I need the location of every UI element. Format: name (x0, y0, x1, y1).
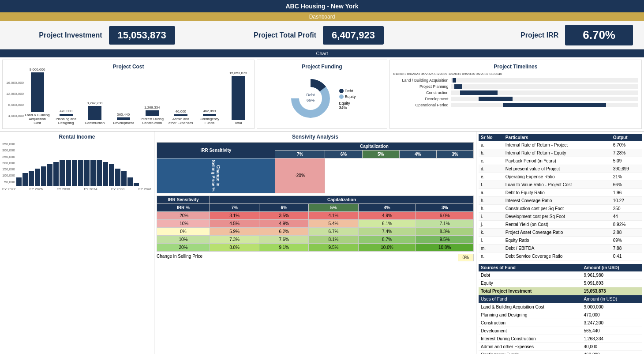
timeline-dev: Development (393, 97, 638, 101)
sens-row-20: 20% 8.8% 9.1% 9.5% 10.0% 10.8% (157, 243, 474, 251)
donut-area: Debt 66% Debt Equity Equity34% (261, 72, 383, 125)
dashboard-bar: Dashboard (0, 12, 644, 21)
sens-row-neg10: -10% 4.5% 4.9% 5.4% 6.1% 7.1% (157, 219, 474, 227)
rental-title: Rental Income (2, 134, 152, 140)
analysis-row: n.Debt Service Coverage Ratio0.41 (479, 252, 642, 260)
project-timelines-title: Project Timelines (393, 64, 638, 70)
middle-area: Rental Income 350,000 300,000 250,000 20… (0, 132, 644, 354)
title-bar: ABC Housing - New York (0, 0, 644, 12)
sources-of-fund-table: Sources of FundAmount (in USD) Debt9,961… (479, 264, 642, 354)
debt-dot (339, 89, 344, 93)
sens-row: Change inSelling Price % -20% (157, 158, 474, 193)
bar-planning: 470,000 Planning andDesigning (53, 109, 79, 125)
project-funding-panel: Project Funding Debt 66% Debt Equity Equ… (257, 60, 387, 129)
rental-income-panel: Rental Income 350,000 300,000 250,000 20… (0, 132, 154, 354)
irr-sensitivity-header: IRR Sensitivity (157, 143, 275, 158)
bar-development: 565,440 Development (111, 113, 136, 125)
sensitivity-table: IRR Sensitivity Capitalization 7% 6% 5% … (157, 142, 474, 193)
analysis-table: Sr No Particulars Output a.Internal Rate… (479, 134, 642, 260)
timeline-area: Land / Building Acquisition Project Plan… (393, 78, 638, 107)
sensitivity-table-full: IRR Sensitivity Capitalization IRR % 7% … (157, 196, 474, 252)
analysis-row: k.Project Asset Coverage Ratio2.88 (479, 229, 642, 237)
analysis-row: h.Construction cost per Sq Foot250 (479, 205, 642, 213)
chart-label: Chart (316, 51, 328, 56)
timeline-dates: 01/2021 09/2023 06/2026 03/2029 12/2031 … (393, 72, 638, 76)
profit-label: Project Total Profit (254, 31, 316, 39)
analysis-row: l.Equity Ratio69% (479, 237, 642, 245)
bar-interest: 1,268,334 Interest DuringConstruction (139, 105, 165, 125)
bar-construction: 3,247,200 Construction (82, 101, 107, 125)
equity-dot (339, 94, 344, 99)
analysis-row: c.Payback Period (in Years)5.09 (479, 157, 642, 165)
analysis-row: e.Operating Expense Ratio21% (479, 173, 642, 181)
capitalization-header: Capitalization (275, 143, 473, 151)
analysis-row: i.Development cost per Sq Foot44 (479, 213, 642, 221)
kpi-row: Project Investment 15,053,873 Project To… (0, 21, 644, 49)
investment-value: 15,053,873 (109, 26, 175, 45)
sens-row-0: 0% 5.9% 6.2% 6.7% 7.4% 8.3% (157, 227, 474, 235)
bar-total: 15,053,873 Total (225, 71, 251, 125)
analysis-row: d.Net present value of Project390,699 (479, 165, 642, 173)
profit-value: 6,407,923 (323, 26, 384, 45)
sens-row-neg20: -20% 3.1% 3.5% 4.1% 4.9% 6.0% (157, 211, 474, 219)
analysis-row: a.Internal Rate of Return - Project6.70% (479, 141, 642, 149)
bar-admin: 40,000 Admin andother Expenses (168, 109, 193, 125)
sens-row-10: 10% 7.3% 7.6% 8.1% 8.7% 9.5% (157, 235, 474, 243)
bar-land: 9,000,000 Land & BuildingAcquisitionCost (25, 68, 50, 125)
cost-y-axis: 16,000,000 12,000,000 8,000,000 4,000,00… (6, 81, 24, 125)
donut-chart: Debt 66% (288, 76, 333, 121)
irr-pct-header: IRR % (157, 203, 210, 211)
analysis-panel: Sr No Particulars Output a.Internal Rate… (476, 132, 644, 354)
title-text: ABC Housing - New York (285, 3, 358, 10)
timeline-construction: Construction (393, 90, 638, 95)
investment-section: Project Investment 15,053,873 (4, 26, 216, 45)
rental-bars (16, 142, 152, 186)
svg-text:Debt: Debt (306, 93, 315, 97)
svg-text:66%: 66% (306, 98, 314, 102)
irr-label: Project IRR (520, 31, 558, 39)
chart-bar: Chart (0, 49, 644, 57)
project-timelines-panel: Project Timelines 01/2021 09/2023 06/202… (389, 60, 642, 129)
change-in-selling-label: Change in Selling Price (157, 254, 202, 261)
bar-contingency: 462,899 ContingencyFunds (197, 109, 222, 125)
current-pct: 0% (458, 254, 474, 261)
profit-section: Project Total Profit 6,407,923 (216, 26, 428, 45)
analysis-row: a.Debt to Equity Ratio1.96 (479, 189, 642, 197)
timeline-land: Land / Building Acquisition (393, 78, 638, 83)
project-funding-title: Project Funding (261, 64, 383, 70)
timeline-operational: Operational Period (393, 103, 638, 107)
charts-area: Project Cost 16,000,000 12,000,000 8,000… (0, 57, 644, 132)
irr-value: 6.70% (565, 25, 633, 45)
analysis-row: h.Interest Coverage Ratio10.22 (479, 197, 642, 205)
investment-label: Project Investment (39, 31, 102, 39)
timeline-planning: Project Planning (393, 84, 638, 89)
project-cost-panel: Project Cost 16,000,000 12,000,000 8,000… (2, 60, 255, 129)
sensitivity-panel: Sensivity Analysis IRR Sensitivity Capit… (154, 132, 476, 354)
analysis-row: j.Rental Yield (on Cost)8.92% (479, 221, 642, 229)
analysis-row: f.Loan to Value Ratio - Project Cost66% (479, 181, 642, 189)
donut-legend: Debt Equity Equity34% (339, 87, 356, 110)
sensitivity-title: Sensivity Analysis (157, 134, 474, 140)
dashboard-label: Dashboard (309, 14, 335, 20)
irr-section: Project IRR 6.70% (428, 25, 640, 45)
analysis-row: m.Debt / EBITDA7.88 (479, 245, 642, 252)
analysis-row: b.Internal Rate of Return - Equity7.28% (479, 149, 642, 157)
